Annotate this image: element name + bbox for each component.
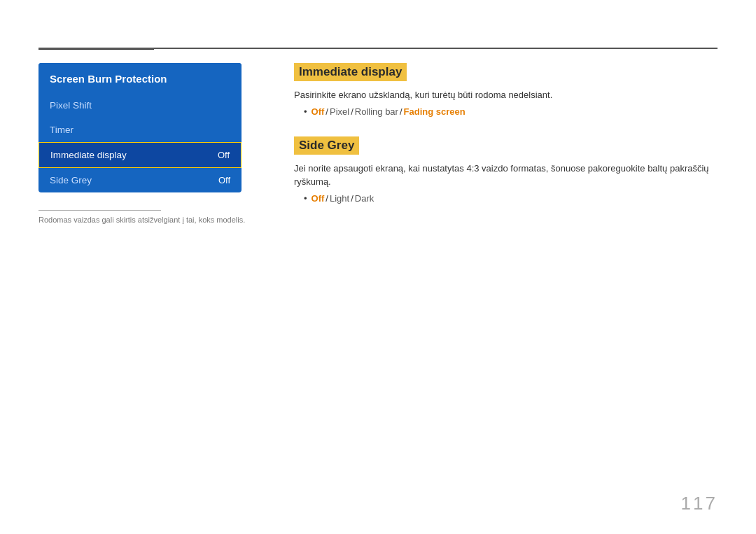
option-off-side-grey: Off [312, 193, 325, 204]
slash-2: / [351, 106, 354, 117]
section-side-grey: Side Grey Jei norite apsaugoti ekraną, k… [294, 136, 718, 204]
section-title-side-grey: Side Grey [294, 136, 359, 155]
option-light: Light [330, 193, 349, 204]
menu-item-timer[interactable]: Timer [38, 118, 241, 142]
section-immediate-display: Immediate display Pasirinkite ekrano užs… [294, 63, 718, 117]
option-fading-screen: Fading screen [404, 106, 465, 117]
option-pixel: Pixel [330, 106, 349, 117]
option-list-immediate: Off / Pixel / Rolling bar / Fading scree… [304, 106, 718, 117]
menu-item-value: Off [218, 175, 230, 185]
menu-item-value: Off [218, 150, 230, 160]
menu-item-immediate-display[interactable]: Immediate display Off [38, 142, 241, 168]
menu-item-side-grey[interactable]: Side Grey Off [38, 168, 241, 192]
menu-item-pixel-shift[interactable]: Pixel Shift [38, 93, 241, 118]
option-off-immediate: Off [312, 106, 325, 117]
slash-1: / [326, 106, 328, 117]
slash-5: / [351, 193, 354, 204]
footnote-divider [38, 210, 161, 211]
footnote-text: Rodomas vaizdas gali skirtis atsižvelgia… [38, 216, 245, 224]
option-list-side-grey: Off / Light / Dark [304, 193, 718, 204]
menu-item-label: Side Grey [50, 175, 92, 185]
slash-3: / [400, 106, 402, 117]
section-desc-side-grey: Jei norite apsaugoti ekraną, kai nustaty… [294, 162, 718, 189]
top-divider [38, 48, 718, 49]
left-panel: Screen Burn Protection Pixel Shift Timer… [38, 63, 241, 192]
option-item-side-grey: Off / Light / Dark [304, 193, 718, 204]
menu-item-label: Pixel Shift [50, 100, 92, 111]
section-desc-immediate: Pasirinkite ekrano užsklandą, kuri turėt… [294, 88, 718, 102]
option-dark: Dark [355, 193, 374, 204]
page-number: 117 [681, 493, 718, 514]
option-rolling-bar: Rolling bar [355, 106, 398, 117]
menu-item-label: Immediate display [50, 150, 127, 160]
slash-4: / [326, 193, 328, 204]
section-title-immediate: Immediate display [294, 63, 407, 81]
right-content: Immediate display Pasirinkite ekrano užs… [294, 63, 718, 223]
option-item-immediate: Off / Pixel / Rolling bar / Fading scree… [304, 106, 718, 117]
menu-item-label: Timer [50, 125, 74, 135]
panel-header: Screen Burn Protection [38, 63, 241, 93]
